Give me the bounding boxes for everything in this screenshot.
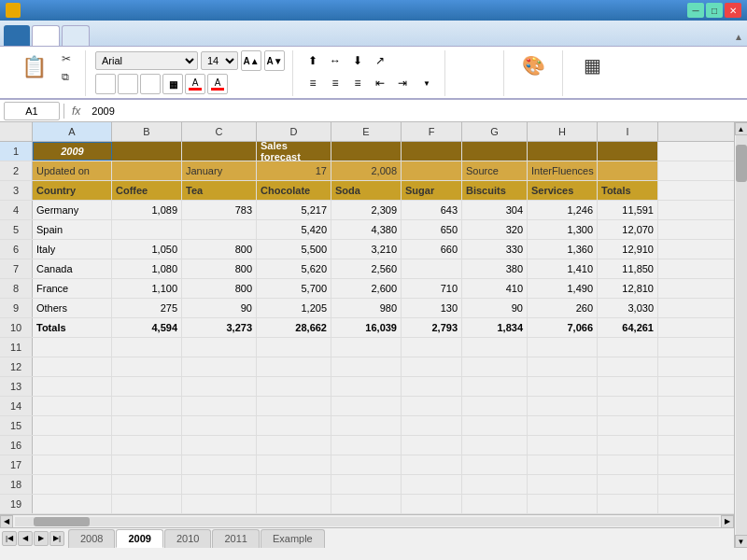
cell[interactable] — [462, 397, 528, 415]
cell[interactable]: 800 — [182, 259, 257, 278]
cell[interactable]: January — [182, 161, 257, 180]
cell[interactable] — [462, 416, 528, 435]
minimize-button[interactable]: ─ — [687, 3, 704, 18]
cell[interactable] — [257, 475, 331, 494]
cell[interactable]: Updated on — [33, 161, 112, 180]
cell[interactable] — [402, 357, 462, 376]
copy-button[interactable] — [58, 68, 78, 85]
cell[interactable] — [528, 338, 598, 357]
cell[interactable] — [33, 416, 112, 435]
cell[interactable] — [462, 436, 528, 455]
col-header-G[interactable]: G — [462, 122, 528, 141]
align-middle-button[interactable]: ↔ — [325, 50, 345, 71]
cell[interactable] — [257, 416, 331, 435]
cell[interactable]: 1,205 — [257, 299, 331, 317]
cell[interactable]: 1,080 — [112, 259, 182, 278]
cell[interactable] — [598, 161, 658, 180]
cell[interactable] — [257, 455, 331, 474]
sheet-tab[interactable]: 2011 — [212, 529, 259, 548]
cell[interactable] — [112, 455, 182, 474]
cell[interactable] — [112, 338, 182, 357]
cells-button[interactable]: ▦ — [572, 50, 613, 82]
cell[interactable] — [182, 397, 257, 415]
cell[interactable]: 64,261 — [598, 318, 658, 337]
cell[interactable] — [402, 475, 462, 494]
tab-nav-last[interactable]: ▶| — [49, 531, 64, 546]
tab-others[interactable] — [62, 25, 90, 46]
wrap-text-button[interactable] — [392, 50, 405, 71]
cell[interactable]: Totals — [598, 181, 658, 200]
cell[interactable] — [598, 377, 658, 396]
cell[interactable] — [182, 416, 257, 435]
cell[interactable] — [331, 338, 402, 357]
v-scroll-track[interactable] — [736, 135, 747, 535]
cell[interactable]: 275 — [112, 299, 182, 317]
cell[interactable] — [598, 397, 658, 415]
scroll-left-button[interactable]: ◀ — [0, 515, 13, 528]
cell[interactable] — [182, 220, 257, 239]
cell[interactable] — [402, 142, 462, 161]
cell[interactable] — [528, 455, 598, 474]
cell[interactable] — [598, 436, 658, 455]
border-button[interactable]: ▦ — [162, 74, 183, 94]
cell[interactable]: 90 — [462, 299, 528, 317]
cell[interactable] — [33, 495, 112, 513]
cell[interactable]: InterFluences — [528, 161, 598, 180]
cell[interactable]: 16,039 — [331, 318, 402, 337]
cell[interactable] — [257, 436, 331, 455]
sheet-tab[interactable]: Example — [261, 529, 325, 548]
cell[interactable] — [112, 416, 182, 435]
cell[interactable]: 11,850 — [598, 259, 658, 278]
cell[interactable] — [257, 377, 331, 396]
cell[interactable] — [598, 475, 658, 494]
cell[interactable]: Chocolate — [257, 181, 331, 200]
cell[interactable] — [257, 357, 331, 376]
cell[interactable] — [257, 495, 331, 513]
cell[interactable] — [112, 377, 182, 396]
cell[interactable]: Sugar — [402, 181, 462, 200]
cell[interactable] — [462, 475, 528, 494]
cell[interactable]: 3,030 — [598, 299, 658, 317]
v-scroll-thumb[interactable] — [736, 145, 747, 182]
cell[interactable] — [112, 161, 182, 180]
cell[interactable] — [112, 357, 182, 376]
bold-button[interactable] — [95, 74, 116, 94]
merge-center-button[interactable]: ▼ — [415, 73, 437, 93]
cell[interactable] — [331, 357, 402, 376]
cell[interactable] — [33, 338, 112, 357]
cell[interactable] — [528, 495, 598, 513]
cell[interactable]: Tea — [182, 181, 257, 200]
cell[interactable]: 2,793 — [402, 318, 462, 337]
cell[interactable] — [402, 455, 462, 474]
cell[interactable] — [528, 416, 598, 435]
cell[interactable]: France — [33, 279, 112, 298]
col-header-F[interactable]: F — [402, 122, 462, 141]
cell[interactable] — [462, 455, 528, 474]
fill-color-button[interactable]: A — [185, 74, 205, 94]
cell[interactable] — [112, 397, 182, 415]
cell[interactable] — [462, 377, 528, 396]
cell[interactable]: 1,100 — [112, 279, 182, 298]
cell[interactable]: 11,591 — [598, 201, 658, 219]
cell[interactable] — [33, 455, 112, 474]
tab-nav-next[interactable]: ▶ — [34, 531, 49, 546]
font-name-select[interactable]: Arial — [95, 51, 198, 70]
align-bottom-button[interactable]: ⬇ — [347, 50, 368, 71]
cell[interactable]: 2009 — [33, 142, 112, 161]
cell[interactable] — [331, 377, 402, 396]
cell[interactable] — [598, 357, 658, 376]
cell[interactable]: 1,300 — [528, 220, 598, 239]
cell[interactable]: 5,420 — [257, 220, 331, 239]
cell[interactable]: 980 — [331, 299, 402, 317]
cell[interactable] — [182, 377, 257, 396]
cell[interactable]: 3,210 — [331, 240, 402, 259]
cell[interactable] — [402, 436, 462, 455]
cell[interactable] — [528, 397, 598, 415]
cell[interactable]: 1,360 — [528, 240, 598, 259]
sheet-tab[interactable]: 2010 — [164, 529, 211, 548]
align-top-button[interactable]: ⬆ — [303, 50, 323, 71]
number-button[interactable] — [455, 50, 496, 60]
underline-button[interactable] — [140, 74, 161, 94]
formula-input[interactable] — [88, 102, 743, 120]
cell[interactable] — [462, 142, 528, 161]
